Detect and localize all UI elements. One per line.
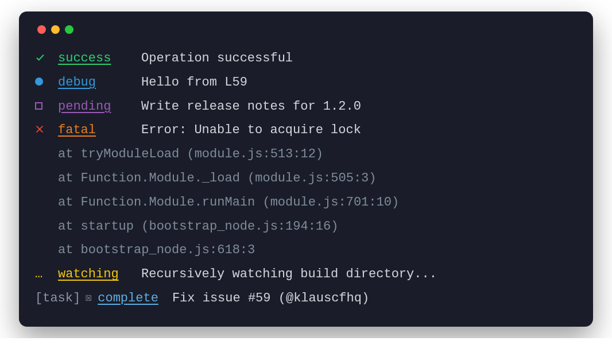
close-icon[interactable]: [37, 25, 46, 34]
log-label: success: [58, 47, 141, 71]
terminal-window: success Operation successful debug Hello…: [19, 11, 593, 327]
log-label: fatal: [58, 118, 141, 142]
x-icon: [35, 118, 58, 142]
stack-frame: at tryModuleLoad (module.js:513:12): [58, 142, 577, 166]
log-line-pending: pending Write release notes for 1.2.0: [35, 95, 577, 119]
log-line-fatal: fatal Error: Unable to acquire lock: [35, 118, 577, 142]
checkbox-checked-icon: ☒: [85, 287, 92, 309]
stack-frame: at bootstrap_node.js:618:3: [58, 238, 577, 262]
maximize-icon[interactable]: [65, 25, 73, 34]
task-message: Fix issue #59 (@klauscfhq): [172, 286, 369, 311]
log-line-debug: debug Hello from L59: [35, 71, 577, 95]
window-titlebar: [35, 25, 577, 34]
minimize-icon[interactable]: [51, 25, 60, 34]
log-line-success: success Operation successful: [35, 47, 577, 71]
terminal-content: success Operation successful debug Hello…: [35, 47, 577, 311]
task-label: complete: [98, 286, 158, 311]
stack-frame: at Function.Module._load (module.js:505:…: [58, 166, 577, 191]
log-message: Operation successful: [141, 47, 293, 71]
circle-icon: [35, 71, 58, 95]
log-line-watching: … watching Recursively watching build di…: [35, 262, 577, 286]
log-label: debug: [58, 71, 141, 95]
log-message: Error: Unable to acquire lock: [141, 118, 361, 142]
check-icon: [35, 47, 58, 71]
ellipsis-icon: …: [35, 262, 58, 286]
log-label: watching: [58, 262, 141, 286]
task-prefix: [task]: [35, 286, 80, 311]
square-icon: [35, 95, 58, 119]
stack-frame: at Function.Module.runMain (module.js:70…: [58, 191, 577, 215]
log-label: pending: [58, 95, 141, 119]
log-message: Recursively watching build directory...: [141, 262, 437, 286]
log-message: Write release notes for 1.2.0: [141, 95, 361, 119]
log-line-task: [task] ☒ complete Fix issue #59 (@klausc…: [35, 286, 577, 311]
log-message: Hello from L59: [141, 71, 247, 95]
stack-frame: at startup (bootstrap_node.js:194:16): [58, 215, 577, 239]
stack-trace: at tryModuleLoad (module.js:513:12) at F…: [35, 142, 577, 262]
